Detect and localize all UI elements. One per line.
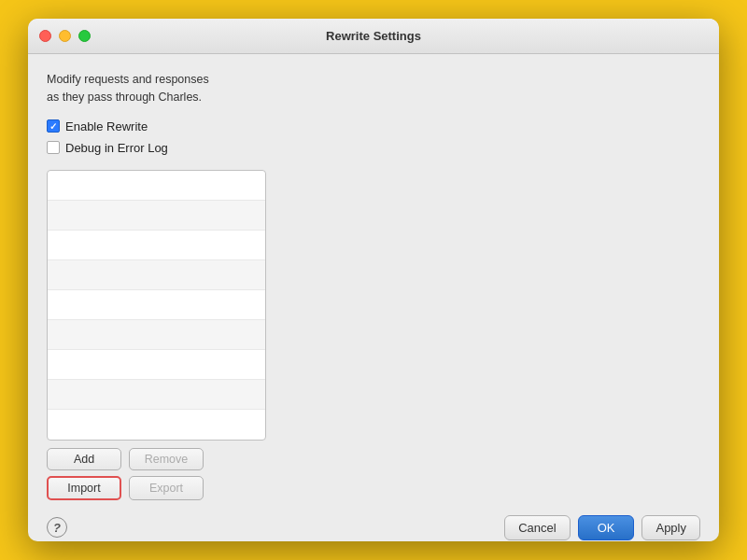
ok-button[interactable]: OK	[578, 515, 635, 540]
footer-actions: Cancel OK Apply	[504, 515, 700, 540]
top-buttons: Add Remove	[47, 448, 266, 470]
minimize-button[interactable]	[59, 30, 71, 42]
footer: ? Cancel OK Apply	[47, 506, 700, 540]
cancel-button[interactable]: Cancel	[504, 515, 570, 540]
description-line2: as they pass through Charles.	[47, 91, 202, 104]
enable-rewrite-checkbox[interactable]	[47, 119, 60, 133]
list-item[interactable]	[48, 231, 265, 260]
list-panel: Add Remove Import Export	[47, 170, 266, 506]
description-line1: Modify requests and responses	[47, 73, 209, 86]
list-item[interactable]	[48, 171, 265, 201]
list-item[interactable]	[48, 320, 265, 350]
main-area: Add Remove Import Export	[47, 170, 700, 506]
enable-rewrite-row: Enable Rewrite	[47, 119, 700, 133]
content-area: Modify requests and responses as they pa…	[28, 54, 719, 541]
maximize-button[interactable]	[78, 30, 91, 42]
debug-error-log-row: Debug in Error Log	[47, 141, 700, 155]
import-button[interactable]: Import	[47, 476, 121, 500]
help-button[interactable]: ?	[47, 517, 67, 538]
list-item[interactable]	[48, 350, 265, 380]
debug-error-log-checkbox[interactable]	[47, 141, 60, 154]
close-button[interactable]	[39, 30, 51, 42]
rewrite-settings-window: Rewrite Settings Modify requests and res…	[28, 19, 719, 541]
right-panel	[281, 170, 700, 506]
apply-button[interactable]: Apply	[641, 515, 700, 540]
add-button[interactable]: Add	[47, 448, 121, 470]
list-item[interactable]	[48, 410, 265, 440]
debug-error-log-label[interactable]: Debug in Error Log	[65, 141, 168, 155]
rules-list[interactable]	[47, 170, 266, 441]
list-item[interactable]	[48, 380, 265, 410]
window-title: Rewrite Settings	[326, 29, 421, 43]
titlebar: Rewrite Settings	[28, 19, 719, 54]
bottom-buttons: Import Export	[47, 476, 266, 500]
list-item[interactable]	[48, 201, 265, 231]
enable-rewrite-label[interactable]: Enable Rewrite	[65, 119, 148, 133]
description-text: Modify requests and responses as they pa…	[47, 71, 700, 106]
list-item[interactable]	[48, 260, 265, 290]
list-item[interactable]	[48, 290, 265, 320]
remove-button[interactable]: Remove	[129, 448, 204, 470]
export-button[interactable]: Export	[129, 476, 204, 500]
traffic-lights	[39, 30, 91, 42]
